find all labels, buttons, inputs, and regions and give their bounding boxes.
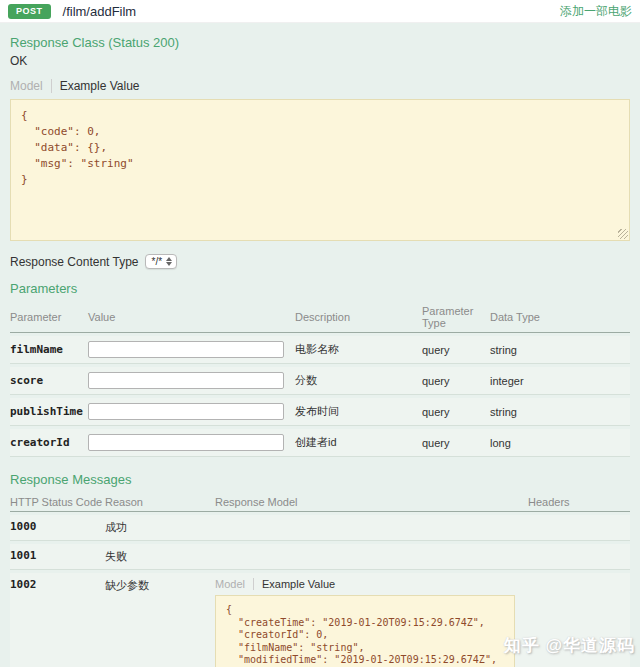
- operation-header[interactable]: POST /film/addFilm 添加一部电影: [0, 0, 640, 23]
- status-code: 1001: [10, 544, 105, 570]
- table-row: filmName 电影名称 query string: [10, 336, 630, 364]
- param-description: 分数: [295, 367, 422, 395]
- col-value: Value: [88, 303, 295, 333]
- watermark: 知乎 @华道源码: [504, 634, 635, 657]
- table-row: score 分数 query integer: [10, 367, 630, 395]
- col-headers: Headers: [528, 494, 630, 512]
- status-code: 1002: [10, 573, 105, 667]
- model-example-snippet[interactable]: { "createTime": "2019-01-20T09:15:29.674…: [215, 595, 515, 667]
- tab-example-value[interactable]: Example Value: [253, 578, 343, 590]
- swagger-operation-panel: POST /film/addFilm 添加一部电影 Response Class…: [0, 0, 640, 667]
- parameters-title: Parameters: [10, 281, 630, 296]
- selected-content-type: */*: [152, 256, 163, 267]
- response-content-type-row: Response Content Type */*: [10, 254, 630, 269]
- param-type: query: [422, 429, 490, 457]
- status-reason: 成功: [105, 515, 215, 541]
- param-input-score[interactable]: [88, 372, 284, 389]
- param-type: query: [422, 336, 490, 364]
- response-class-status: OK: [10, 54, 630, 68]
- resize-grip-icon[interactable]: [618, 229, 628, 239]
- tab-example-value[interactable]: Example Value: [51, 79, 148, 93]
- col-reason: Reason: [105, 494, 215, 512]
- table-row: creatorId 创建者id query long: [10, 429, 630, 457]
- tab-model[interactable]: Model: [215, 578, 253, 590]
- status-code: 1000: [10, 515, 105, 541]
- param-input-publishtime[interactable]: [88, 403, 284, 420]
- status-reason: 缺少参数: [105, 573, 215, 667]
- param-input-filmname[interactable]: [88, 341, 284, 358]
- col-description: Description: [295, 303, 422, 333]
- param-input-creatorid[interactable]: [88, 434, 284, 451]
- post-method-badge: POST: [8, 4, 51, 19]
- response-content-type-label: Response Content Type: [10, 255, 139, 269]
- parameters-header-row: Parameter Value Description Parameter Ty…: [10, 303, 630, 333]
- response-content-type-select[interactable]: */*: [145, 254, 178, 269]
- param-data-type: string: [490, 398, 630, 426]
- param-data-type: long: [490, 429, 630, 457]
- parameters-table: Parameter Value Description Parameter Ty…: [10, 300, 630, 460]
- param-data-type: string: [490, 336, 630, 364]
- response-messages-title: Response Messages: [10, 472, 630, 487]
- response-model-tabs: Model Example Value: [215, 578, 528, 590]
- model-example-json: { "createTime": "2019-01-20T09:15:29.674…: [226, 604, 504, 667]
- response-class-tabs: Model Example Value: [10, 79, 630, 93]
- param-description: 发布时间: [295, 398, 422, 426]
- col-response-model: Response Model: [215, 494, 528, 512]
- col-parameter: Parameter: [10, 303, 88, 333]
- col-parameter-type: Parameter Type: [422, 303, 490, 333]
- col-data-type: Data Type: [490, 303, 630, 333]
- messages-header-row: HTTP Status Code Reason Response Model H…: [10, 494, 630, 512]
- response-example-snippet[interactable]: { "code": 0, "data": {}, "msg": "string"…: [10, 99, 630, 241]
- table-row: 1000 成功: [10, 515, 630, 541]
- param-name: creatorId: [10, 429, 88, 457]
- status-reason: 失败: [105, 544, 215, 570]
- col-http-status-code: HTTP Status Code: [10, 494, 105, 512]
- select-stepper-icon: [166, 257, 172, 266]
- operation-summary-link[interactable]: 添加一部电影: [560, 3, 632, 20]
- response-class-title: Response Class (Status 200): [10, 35, 630, 50]
- param-data-type: integer: [490, 367, 630, 395]
- table-row: publishTime 发布时间 query string: [10, 398, 630, 426]
- param-name: publishTime: [10, 398, 88, 426]
- tab-model[interactable]: Model: [10, 79, 51, 93]
- response-example-json: { "code": 0, "data": {}, "msg": "string"…: [21, 108, 619, 188]
- operation-path: /film/addFilm: [63, 4, 137, 19]
- param-type: query: [422, 367, 490, 395]
- param-type: query: [422, 398, 490, 426]
- param-description: 电影名称: [295, 336, 422, 364]
- param-description: 创建者id: [295, 429, 422, 457]
- param-name: score: [10, 367, 88, 395]
- operation-body: Response Class (Status 200) OK Model Exa…: [0, 35, 640, 667]
- param-name: filmName: [10, 336, 88, 364]
- table-row: 1001 失败: [10, 544, 630, 570]
